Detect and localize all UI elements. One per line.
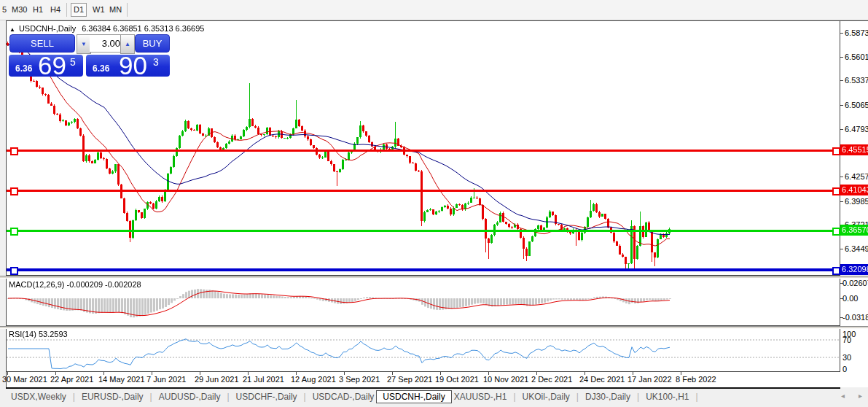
line-handle[interactable]	[832, 228, 840, 236]
tab-usdx-weekly[interactable]: USDX,Weekly	[9, 391, 69, 403]
tab-separator: |	[73, 392, 75, 402]
bid-price-box[interactable]: 6.36 69 5	[9, 55, 83, 77]
line-handle[interactable]	[10, 187, 18, 195]
tab-usdcnh-daily[interactable]: USDCNH-,Daily	[376, 390, 451, 403]
horizontal-line-6.45515[interactable]	[7, 150, 840, 152]
tab-separator: |	[576, 392, 579, 402]
bid-price-prefix: 6.36	[15, 63, 32, 74]
timeframe-button-h4[interactable]: H4	[48, 4, 63, 16]
tab-separator: |	[227, 392, 229, 402]
price-axis-column[interactable]	[840, 21, 868, 372]
collapse-triangle-icon[interactable]: ▲	[9, 26, 15, 33]
tab-dj30-daily[interactable]: DJ30-,Daily	[583, 391, 633, 403]
chart-title: ▲USDCNH-,Daily6.36384 6.36851 6.35313 6.…	[9, 24, 204, 33]
timeframe-button-d1[interactable]: D1	[71, 3, 87, 17]
line-handle[interactable]	[832, 267, 840, 275]
tab-usdchf-daily[interactable]: USDCHF-,Daily	[234, 391, 300, 403]
tab-scroll-right-icon[interactable]: ▸	[859, 392, 862, 400]
volume-input[interactable]	[90, 34, 123, 53]
toolbar-separator	[127, 3, 128, 17]
line-handle[interactable]	[10, 147, 18, 155]
ohlc-values: 6.36384 6.36851 6.35313 6.36695	[82, 24, 204, 33]
sell-button[interactable]: SELL	[9, 34, 75, 53]
horizontal-line-6.41043[interactable]	[7, 190, 840, 192]
line-handle[interactable]	[832, 187, 840, 195]
volume-decrease-button[interactable]: ▼	[77, 34, 91, 54]
horizontal-line-6.36570[interactable]	[7, 230, 840, 232]
tab-separator: |	[513, 392, 515, 402]
timeframe-button-w1[interactable]: W1	[90, 4, 107, 16]
tab-separator: |	[304, 392, 306, 402]
timeframe-button-h1[interactable]: H1	[31, 4, 45, 16]
rsi-indicator-canvas[interactable]	[7, 329, 840, 371]
date-axis-strip[interactable]	[7, 372, 868, 387]
tab-separator: |	[637, 392, 639, 402]
tab-scroll-left-icon[interactable]: ◂	[841, 392, 845, 400]
horizontal-line-6.32098[interactable]	[7, 268, 840, 271]
toolbar-separator	[66, 3, 67, 17]
ask-price-prefix: 6.36	[93, 63, 109, 74]
timeframe-button-m5[interactable]: 5	[0, 4, 9, 16]
ask-price-pip-digit: 3	[153, 56, 159, 68]
ask-price-big-digits: 90	[119, 51, 147, 80]
tab-separator: |	[150, 392, 152, 402]
bid-price-big-digits: 69	[38, 51, 66, 80]
timeframe-button-mn[interactable]: MN	[107, 4, 124, 16]
macd-label: MACD(12,26,9) -0.000209 -0.002028	[9, 280, 141, 289]
bid-price-pip-digit: 5	[70, 56, 76, 68]
rsi-label: RSI(14) 53.2593	[9, 330, 68, 338]
chart-symbol-label: USDCNH-,Daily	[19, 24, 76, 33]
tab-usdcad-daily[interactable]: USDCAD-,Daily	[310, 391, 377, 403]
timeframe-button-m30[interactable]: M30	[9, 4, 29, 16]
chart-tab-bar: USDX,Weekly| EURUSD-,Daily| AUDUSD-,Dail…	[0, 389, 868, 404]
buy-button[interactable]: BUY	[135, 34, 170, 53]
tab-separator: |	[696, 392, 698, 402]
one-click-trading-panel: SELL ▼ ▲ BUY 6.36 69 5 6.36 90 3	[9, 33, 170, 77]
ask-price-box[interactable]: 6.36 90 3	[86, 55, 170, 77]
line-handle[interactable]	[10, 228, 18, 236]
tab-ukoil-daily[interactable]: UKOil-,Daily	[520, 391, 572, 403]
tab-audusd-daily[interactable]: AUDUSD-,Daily	[157, 391, 223, 403]
tab-uk100-h1[interactable]: UK100-,H1	[644, 391, 691, 403]
line-handle[interactable]	[10, 267, 18, 275]
axis-separator-line	[840, 20, 840, 372]
timeframe-toolbar: 5 M30 H1 H4 D1 W1 MN	[0, 0, 868, 20]
line-handle[interactable]	[832, 147, 840, 155]
tab-xauusd-h1[interactable]: XAUUSD-,H1	[452, 391, 509, 403]
tab-eurusd-daily[interactable]: EURUSD-,Daily	[79, 391, 146, 403]
